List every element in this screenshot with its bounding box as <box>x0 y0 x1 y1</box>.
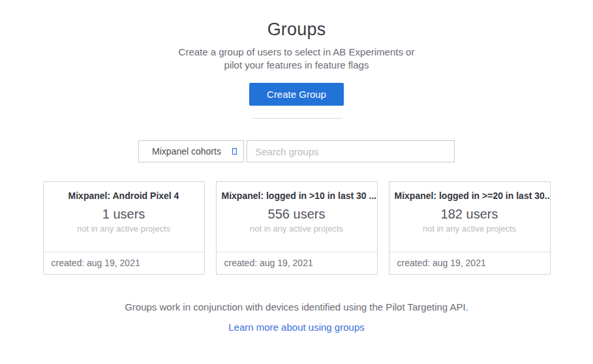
group-card[interactable]: Mixpanel: logged in >=20 in last 30... 1… <box>389 181 551 275</box>
search-groups-input[interactable] <box>247 140 455 162</box>
page-title: Groups <box>0 20 593 40</box>
group-card-status: not in any active projects <box>217 224 377 234</box>
create-group-button-row: Create Group <box>0 83 593 106</box>
header-divider <box>252 118 342 119</box>
group-card-title: Mixpanel: Android Pixel 4 <box>44 190 204 201</box>
filter-controls: Mixpanel cohorts <box>0 140 593 162</box>
cohort-source-dropdown[interactable]: Mixpanel cohorts <box>138 140 244 162</box>
group-cards-row: Mixpanel: Android Pixel 4 1 users not in… <box>0 181 593 275</box>
cohort-source-dropdown-value: Mixpanel cohorts <box>152 146 230 157</box>
group-card-created: created: aug 19, 2021 <box>389 252 550 274</box>
group-card-status: not in any active projects <box>389 224 550 234</box>
create-group-button[interactable]: Create Group <box>249 83 344 106</box>
group-card[interactable]: Mixpanel: logged in >10 in last 30 ... 5… <box>216 181 378 275</box>
footer-info-text: Groups work in conjunction with devices … <box>0 301 593 312</box>
group-card-body: Mixpanel: logged in >10 in last 30 ... 5… <box>217 182 377 252</box>
group-card-body: Mixpanel: logged in >=20 in last 30... 1… <box>389 182 550 252</box>
group-card-title: Mixpanel: logged in >=20 in last 30... <box>389 190 550 201</box>
page-subtitle: Create a group of users to select in AB … <box>0 46 593 72</box>
group-card-users-count: 1 users <box>44 207 204 222</box>
learn-more-link[interactable]: Learn more about using groups <box>228 322 364 333</box>
group-card-users-count: 182 users <box>389 207 550 222</box>
group-card-status: not in any active projects <box>44 224 204 234</box>
group-card-created: created: aug 19, 2021 <box>217 252 377 274</box>
group-card-body: Mixpanel: Android Pixel 4 1 users not in… <box>44 182 204 252</box>
page-subtitle-line-2: pilot your features in feature flags <box>0 59 593 72</box>
group-card[interactable]: Mixpanel: Android Pixel 4 1 users not in… <box>43 181 205 275</box>
page-subtitle-line-1: Create a group of users to select in AB … <box>0 46 593 59</box>
group-card-title: Mixpanel: logged in >10 in last 30 ... <box>217 190 377 201</box>
group-card-created: created: aug 19, 2021 <box>44 252 204 274</box>
footer-link-row: Learn more about using groups <box>0 322 593 333</box>
groups-page: Groups Create a group of users to select… <box>0 0 593 364</box>
dropdown-indicator-icon <box>232 148 237 155</box>
group-card-users-count: 556 users <box>217 207 377 222</box>
